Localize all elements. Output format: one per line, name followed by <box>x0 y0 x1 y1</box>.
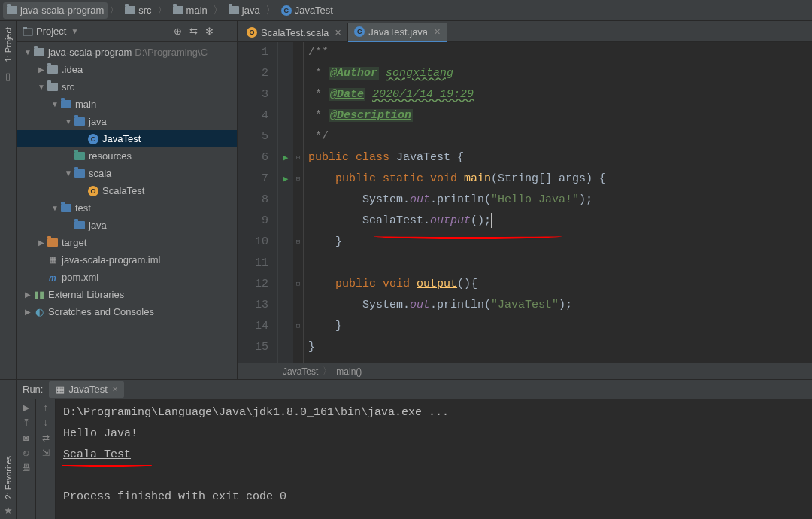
tree-item[interactable]: ▼scala <box>17 165 237 182</box>
tree-label: test <box>75 202 91 214</box>
tree-item[interactable]: CJavaTest <box>17 130 237 147</box>
sidebar-tab-favorites[interactable]: 2: Favorites <box>4 453 13 502</box>
fold-gutter[interactable]: ⊟⊟⊟⊟⊟ <box>293 42 304 363</box>
gear-icon[interactable]: ✻ <box>205 26 214 37</box>
folder-blue-icon <box>74 116 86 128</box>
tree-item[interactable]: ▼java-scala-programD:\Programing\C <box>17 44 237 61</box>
svg-rect-0 <box>23 29 32 35</box>
line-gutter[interactable]: 123456789101112131415 <box>238 42 278 363</box>
expand-arrow-icon[interactable]: ▼ <box>50 204 60 212</box>
wrap-icon[interactable]: ⇄ <box>42 432 50 443</box>
annotation-underline <box>62 463 152 467</box>
console-line <box>63 466 804 487</box>
breadcrumb-root[interactable]: java-scala-program <box>3 2 108 19</box>
expand-arrow-icon[interactable]: ▼ <box>23 48 33 56</box>
expand-arrow-icon[interactable]: ▼ <box>36 83 47 91</box>
project-panel-header: Project ▼ ⊕ ⇆ ✻ — <box>17 21 237 42</box>
tree-label: JavaTest <box>102 133 141 144</box>
tree-label: target <box>62 237 86 248</box>
hide-icon[interactable]: — <box>221 26 231 37</box>
run-config-icon: ▦ <box>55 384 65 395</box>
print-icon[interactable]: 🖶 <box>22 463 31 473</box>
expand-arrow-icon[interactable]: ▶ <box>23 308 33 316</box>
tree-label: scala <box>89 168 111 179</box>
breadcrumb-method[interactable]: main() <box>336 366 362 377</box>
tree-item[interactable]: ▼java <box>17 113 237 130</box>
chevron-right-icon: 〉 <box>211 4 225 17</box>
tree-item[interactable]: ▼test <box>17 199 237 217</box>
down-icon[interactable]: ↓ <box>44 417 48 428</box>
run-marks-gutter[interactable]: ▶▶ <box>278 42 293 363</box>
tree-item[interactable]: ▶target <box>17 234 237 251</box>
run-tool-window: ★ 2: Favorites Run: ▦ JavaTest ✕ ▶ ⤒ ◙ ⎋… <box>0 379 812 519</box>
collapse-icon[interactable]: ⇆ <box>189 26 198 37</box>
expand-arrow-icon[interactable]: ▼ <box>50 100 60 108</box>
project-panel-title[interactable]: Project ▼ <box>23 26 174 37</box>
sidebar-tab-project[interactable]: 1: Project <box>4 24 13 65</box>
console-output[interactable]: D:\Programing\Language\Java\jdk1.8.0_161… <box>56 399 812 519</box>
annotation-underline <box>374 233 562 239</box>
star-icon[interactable]: ★ <box>4 505 13 516</box>
aim-icon[interactable]: ⊕ <box>174 26 182 37</box>
tree-item[interactable]: ▦java-scala-program.iml <box>17 251 237 269</box>
expand-arrow-icon[interactable]: ▶ <box>36 65 47 74</box>
run-line-icon[interactable]: ▶ <box>283 168 289 190</box>
run-toolbar-secondary: ↑ ↓ ⇄ ⇲ <box>36 399 56 519</box>
scroll-icon[interactable]: ⇲ <box>42 448 50 458</box>
expand-arrow-icon[interactable]: ▶ <box>36 238 47 247</box>
tree-label: java-scala-program <box>48 47 132 58</box>
expand-arrow-icon[interactable]: ▼ <box>63 169 74 178</box>
editor-tab[interactable]: OScalaTest.scala✕ <box>241 23 348 42</box>
editor-breadcrumb[interactable]: JavaTest 〉 main() <box>238 363 812 379</box>
expand-arrow-icon[interactable]: ▶ <box>23 290 33 299</box>
debug-icon[interactable]: ⤒ <box>23 417 30 428</box>
run-line-icon[interactable]: ▶ <box>283 147 289 168</box>
tree-item[interactable]: ▼main <box>17 96 237 113</box>
tree-item[interactable]: ▼src <box>17 78 237 96</box>
scratch-icon: ◐ <box>33 306 45 318</box>
tree-label: .idea <box>62 64 83 75</box>
console-line: Process finished with exit code 0 <box>63 487 804 508</box>
tree-item[interactable]: resources <box>17 147 237 165</box>
close-icon[interactable]: ✕ <box>112 385 118 393</box>
breadcrumb-item[interactable]: main <box>169 2 211 19</box>
code-content[interactable]: /** * @Author songxitang * @Date 2020/1/… <box>304 42 812 363</box>
tree-item[interactable]: java <box>17 217 237 234</box>
tree-item[interactable]: ▶.idea <box>17 61 237 78</box>
chevron-right-icon: 〉 <box>156 4 169 17</box>
breadcrumb-item[interactable]: src <box>121 2 155 19</box>
tree-item[interactable]: OScalaTest <box>17 182 237 199</box>
run-toolbar-primary: ▶ ⤒ ◙ ⎋ 🖶 <box>17 399 36 519</box>
tree-label: ScalaTest <box>102 185 144 196</box>
bookmark-icon[interactable]: ▯ <box>5 71 11 82</box>
breadcrumb-class[interactable]: JavaTest <box>283 366 318 377</box>
breadcrumb-bar: java-scala-program 〉 src 〉 main 〉 java 〉… <box>0 0 812 21</box>
close-icon[interactable]: ✕ <box>434 27 441 37</box>
code-area[interactable]: 123456789101112131415 ▶▶ ⊟⊟⊟⊟⊟ /** * @Au… <box>238 42 812 363</box>
tree-label: main <box>75 99 96 110</box>
dropdown-icon: ▼ <box>71 27 78 35</box>
editor-tab[interactable]: CJavaTest.java✕ <box>348 23 447 42</box>
tree-label: pom.xml <box>62 272 98 283</box>
console-line: D:\Programing\Language\Java\jdk1.8.0_161… <box>63 402 804 423</box>
run-tab[interactable]: ▦ JavaTest ✕ <box>49 381 123 398</box>
folder-blue-icon <box>74 220 86 232</box>
tree-item[interactable]: mpom.xml <box>17 269 237 286</box>
run-button[interactable]: ▶ <box>23 402 29 413</box>
maven-icon: m <box>47 272 59 284</box>
tree-item[interactable]: ▶▮▮External Libraries <box>17 286 237 303</box>
breadcrumb-file[interactable]: CJavaTest <box>277 2 337 19</box>
tree-label: resources <box>89 150 132 162</box>
chevron-right-icon: 〉 <box>108 4 121 17</box>
up-icon[interactable]: ↑ <box>44 402 48 413</box>
exit-icon[interactable]: ⎋ <box>23 448 29 458</box>
close-icon[interactable]: ✕ <box>335 28 341 38</box>
scala-icon: O <box>247 27 257 38</box>
tree-label: Scratches and Consoles <box>48 306 154 317</box>
camera-icon[interactable]: ◙ <box>23 432 29 443</box>
breadcrumb-item[interactable]: java <box>225 2 264 19</box>
tree-item[interactable]: ▶◐Scratches and Consoles <box>17 303 237 320</box>
expand-arrow-icon[interactable]: ▼ <box>63 117 74 126</box>
project-tree[interactable]: ▼java-scala-programD:\Programing\C▶.idea… <box>17 42 237 379</box>
tab-label: JavaTest.java <box>368 26 428 38</box>
